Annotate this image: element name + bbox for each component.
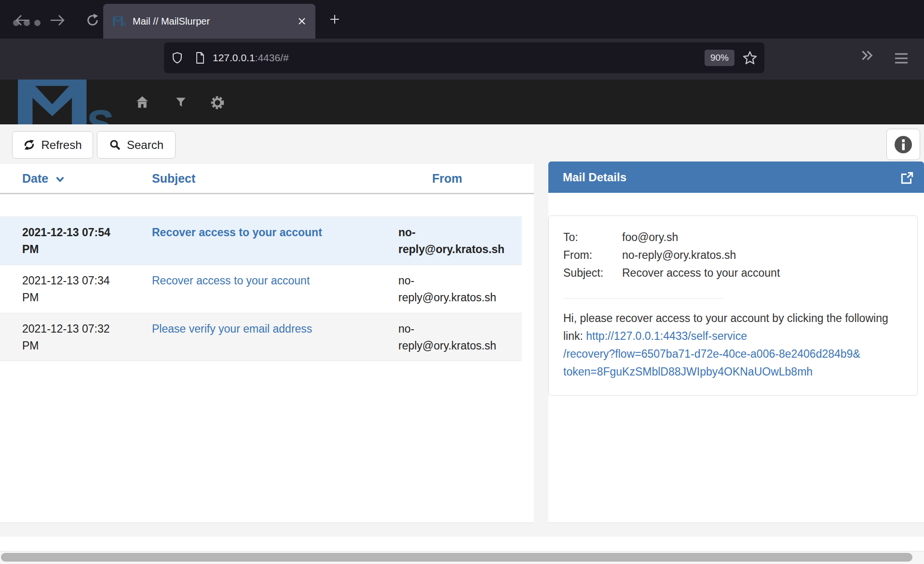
page-info-icon[interactable] bbox=[194, 51, 206, 65]
search-button-label: Search bbox=[127, 138, 163, 152]
hamburger-menu-icon[interactable] bbox=[893, 52, 910, 65]
mail-from: no-reply@ory.kratos.sh bbox=[398, 224, 509, 265]
info-button[interactable] bbox=[886, 129, 920, 160]
divider bbox=[563, 298, 723, 299]
field-label-from: From: bbox=[563, 246, 622, 264]
mail-row[interactable]: 2021-12-13 07:34 PM Recover access to yo… bbox=[0, 265, 522, 313]
mail-body: Hi, please recover access to your accoun… bbox=[563, 309, 904, 381]
mail-date: 2021-12-13 07:32 PM bbox=[0, 321, 128, 361]
field-value-to: foo@ory.sh bbox=[622, 228, 903, 246]
mail-from: no-reply@ory.kratos.sh bbox=[398, 321, 509, 361]
field-label-subject: Subject: bbox=[563, 264, 622, 282]
column-header-subject[interactable]: Subject bbox=[128, 172, 398, 193]
new-tab-icon[interactable] bbox=[329, 13, 340, 25]
mail-list-header: Date Subject From bbox=[0, 164, 534, 194]
browser-tab[interactable]: s Mail // MailSlurper bbox=[103, 4, 315, 39]
mail-date: 2021-12-13 07:34 PM bbox=[0, 272, 128, 313]
svg-text:s: s bbox=[86, 92, 112, 124]
overflow-menu-icon[interactable] bbox=[859, 49, 877, 62]
recovery-link-line: http://127.0.0.1:4433/self-service bbox=[586, 330, 747, 342]
mail-details-card: To: foo@ory.sh From: no-reply@ory.kratos… bbox=[548, 215, 918, 396]
search-button[interactable]: Search bbox=[97, 131, 176, 159]
column-header-date[interactable]: Date bbox=[0, 172, 128, 193]
home-icon[interactable] bbox=[135, 95, 149, 108]
url-bar[interactable]: 127.0.0.1:4436/# 90% bbox=[164, 42, 764, 73]
mail-row[interactable]: 2021-12-13 07:32 PM Please verify your e… bbox=[0, 313, 522, 361]
field-value-from: no-reply@ory.kratos.sh bbox=[622, 246, 903, 264]
svg-text:s: s bbox=[122, 20, 126, 26]
url-host: 127.0.0.1 bbox=[213, 52, 255, 63]
shield-icon[interactable] bbox=[171, 51, 184, 65]
column-header-from[interactable]: From bbox=[398, 172, 534, 193]
mail-date: 2021-12-13 07:54 PM bbox=[0, 224, 128, 265]
mail-subject-link[interactable]: Recover access to your account bbox=[152, 274, 310, 287]
mailslurper-logo: s bbox=[15, 80, 112, 124]
filter-icon[interactable] bbox=[175, 95, 187, 108]
mail-row[interactable]: 2021-12-13 07:54 PM Recover access to yo… bbox=[0, 216, 522, 265]
external-link-icon[interactable] bbox=[900, 171, 914, 185]
mail-list-panel: Date Subject From 2021-12-13 07:54 PM Re… bbox=[0, 164, 534, 523]
recovery-link-line: token=8FguKzSMblD88JWIpby4OKNaUOwLb8mh bbox=[563, 363, 904, 381]
info-icon bbox=[894, 135, 913, 154]
tab-title: Mail // MailSlurper bbox=[133, 16, 293, 27]
mail-details-header: Mail Details bbox=[548, 161, 924, 193]
field-label-to: To: bbox=[563, 228, 622, 246]
mail-from: no-reply@ory.kratos.sh bbox=[398, 272, 509, 313]
app-navbar: s bbox=[0, 80, 924, 124]
url-path: :4436/# bbox=[255, 52, 289, 63]
search-icon bbox=[109, 139, 121, 151]
mail-subject-link[interactable]: Please verify your email address bbox=[152, 322, 312, 335]
field-value-subject: Recover access to your account bbox=[622, 264, 903, 282]
bookmark-star-icon[interactable] bbox=[742, 50, 758, 66]
mail-subject-link[interactable]: Recover access to your account bbox=[152, 226, 322, 239]
url-text[interactable]: 127.0.0.1:4436/# bbox=[213, 52, 705, 64]
tab-favicon: s bbox=[113, 16, 126, 26]
horizontal-scrollbar-thumb[interactable] bbox=[1, 553, 912, 562]
tab-close-icon[interactable] bbox=[298, 17, 306, 25]
settings-gear-icon[interactable] bbox=[210, 95, 225, 110]
mail-details-title: Mail Details bbox=[548, 171, 626, 184]
mail-details-panel: Mail Details To: foo@ory.sh From: no-rep… bbox=[548, 161, 924, 523]
refresh-button-label: Refresh bbox=[41, 138, 82, 152]
recovery-link[interactable]: http://127.0.0.1:4433/self-service/recov… bbox=[563, 330, 904, 381]
reload-icon[interactable] bbox=[85, 13, 100, 28]
zoom-level-badge[interactable]: 90% bbox=[705, 50, 734, 66]
refresh-icon bbox=[23, 139, 35, 151]
recovery-link-line: /recovery?flow=6507ba71-d72e-40ce-a006-8… bbox=[563, 345, 904, 363]
window-dot[interactable] bbox=[34, 20, 41, 26]
forward-icon[interactable] bbox=[49, 13, 66, 28]
refresh-button[interactable]: Refresh bbox=[12, 131, 93, 159]
back-icon[interactable] bbox=[14, 13, 31, 28]
bottom-strip bbox=[0, 537, 924, 551]
sort-desc-icon bbox=[55, 176, 65, 183]
